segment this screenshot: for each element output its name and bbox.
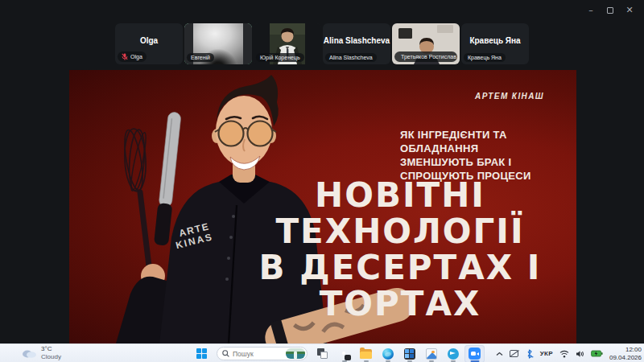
running-indicator [429, 360, 434, 362]
close-button[interactable]: ✕ [620, 3, 639, 18]
bluetooth-icon [525, 349, 534, 359]
running-indicator [386, 360, 390, 362]
edge-icon [382, 348, 394, 360]
chevron-up-icon [496, 352, 503, 356]
participant-tile-alina[interactable]: Alina Slashcheva Alina Slashcheva [323, 23, 390, 64]
title-line: ТЕХНОЛОГІЇ [230, 213, 570, 249]
weather-condition: Cloudy [41, 353, 61, 360]
maximize-icon [607, 7, 613, 14]
title-line: В ДЕСЕРТАХ І [230, 249, 570, 286]
participant-tile-kravets[interactable]: Кравець Яна Кравець Яна [461, 23, 529, 64]
title-line: ТОРТАХ [230, 286, 570, 322]
search-daily-image[interactable] [286, 348, 305, 359]
participant-name-label: Евгеній [187, 53, 214, 62]
hidden-icons-chevron[interactable] [496, 352, 503, 356]
file-explorer-icon [360, 349, 372, 359]
battery-button[interactable] [591, 350, 603, 357]
task-view-button[interactable] [312, 345, 332, 362]
telegram-button[interactable] [443, 345, 463, 362]
running-indicator [407, 360, 412, 362]
tray-date: 09.04.2026 [609, 354, 642, 362]
participant-name-text: Alina Slashcheva [329, 55, 373, 60]
participant-name-label: Юрій Коренець [256, 53, 304, 62]
image-viewer-icon [426, 348, 437, 360]
image-viewer-button[interactable] [421, 345, 441, 362]
whisk-icon [122, 128, 150, 273]
telegram-icon [448, 348, 459, 360]
start-button[interactable] [192, 345, 212, 362]
window-controls: – ✕ [581, 3, 639, 18]
subtitle-line: ОБЛАДНАННЯ [400, 142, 569, 155]
participant-tile-tretyakov[interactable]: Третьяков Ростислав [392, 23, 460, 64]
participant-tile-olga[interactable]: Olga Olga [115, 23, 183, 64]
minimize-button[interactable]: – [581, 3, 601, 18]
participant-tile-evgeniy[interactable]: Евгеній [184, 23, 252, 64]
photos-app-button[interactable] [334, 345, 354, 362]
file-explorer-button[interactable] [356, 345, 376, 362]
maximize-button[interactable] [601, 3, 620, 18]
volume-button[interactable] [576, 350, 584, 358]
participant-name-text: Юрій Коренець [260, 55, 300, 60]
speaker-icon [576, 350, 584, 358]
wifi-icon [559, 350, 569, 358]
running-indicator [342, 360, 347, 362]
search-box[interactable] [217, 347, 308, 360]
participant-name-label: Третьяков Ростислав [394, 51, 457, 62]
photos-icon [338, 348, 350, 360]
participant-name-label: Olga [118, 51, 147, 62]
screen: – ✕ Olga Olga Евгеній [0, 0, 644, 362]
bluetooth-button[interactable] [525, 349, 534, 359]
store-icon [404, 348, 415, 360]
battery-charging-icon [591, 350, 603, 357]
tray-time: 12:00 [609, 346, 642, 354]
clock[interactable]: 12:00 09.04.2026 [609, 346, 642, 361]
participant-name-label: Alina Slashcheva [325, 53, 377, 62]
mic-muted-icon [122, 53, 128, 60]
wifi-button[interactable] [559, 350, 569, 358]
running-indicator [364, 360, 369, 362]
search-icon [222, 350, 229, 357]
title-line: НОВІТНІ [230, 177, 570, 213]
participant-name-text: Olga [130, 54, 142, 60]
search-input[interactable] [233, 350, 286, 358]
subtitle-line: ЗМЕНШУЮТЬ БРАК І [400, 155, 569, 169]
slide-subtitle: ЯК ІНГРЕДІЄНТИ ТА ОБЛАДНАННЯ ЗМЕНШУЮТЬ Б… [400, 128, 569, 183]
zoom-app-button[interactable] [464, 345, 485, 362]
subtitle-line: ЯК ІНГРЕДІЄНТИ ТА [400, 128, 569, 142]
participant-name-text: Третьяков Ростислав [401, 54, 456, 60]
status-slash-icon [510, 350, 518, 357]
video-conference-app-icon [469, 348, 481, 360]
participant-name-text: Кравець Яна [468, 55, 502, 60]
task-view-icon [317, 348, 328, 359]
participant-name-text: Евгеній [191, 55, 210, 60]
slide-author: АРТЕМ КІНАШ [475, 92, 544, 101]
cloud-icon [21, 348, 37, 358]
store-app-button[interactable] [399, 345, 419, 362]
slide-title: НОВІТНІ ТЕХНОЛОГІЇ В ДЕСЕРТАХ І ТОРТАХ [230, 177, 570, 322]
language-indicator[interactable]: УКР [540, 350, 553, 357]
participants-strip: Olga Olga Евгеній [0, 23, 644, 64]
windows-logo-icon [196, 348, 207, 359]
running-indicator [451, 360, 456, 362]
tray-status-button[interactable] [510, 350, 518, 357]
active-running-indicator [470, 360, 479, 362]
participant-name-label: Кравець Яна [464, 53, 506, 62]
shared-screen-slide: ARTE KINAS [69, 70, 576, 343]
weather-widget[interactable]: 3°C Cloudy [21, 345, 61, 360]
system-tray: УКР [496, 344, 642, 362]
taskbar: 3°C Cloudy [0, 343, 644, 362]
participant-tile-yuriy[interactable]: Юрій Коренець [254, 23, 321, 64]
weather-temperature: 3°C [41, 345, 61, 353]
taskbar-center [192, 344, 485, 362]
edge-button[interactable] [378, 345, 398, 362]
